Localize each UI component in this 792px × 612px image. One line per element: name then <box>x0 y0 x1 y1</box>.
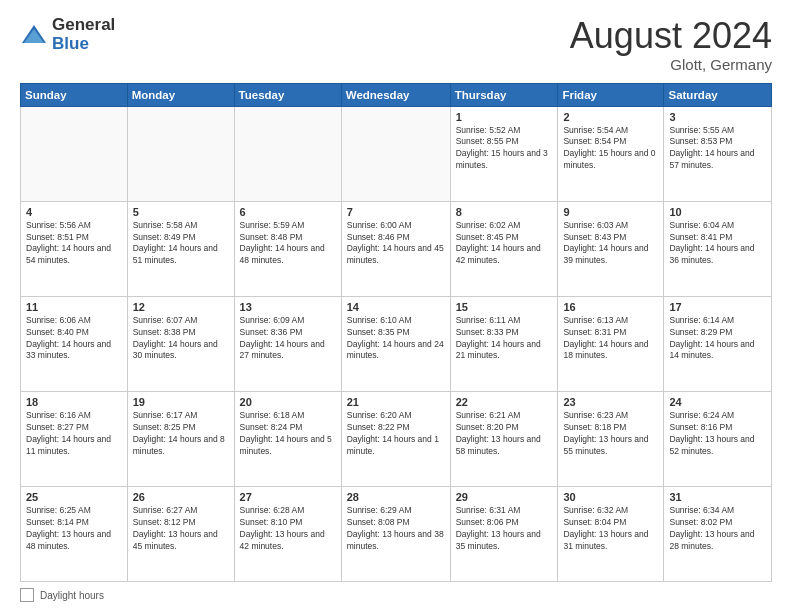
logo-text: General Blue <box>52 16 115 53</box>
calendar-week-2: 11Sunrise: 6:06 AMSunset: 8:40 PMDayligh… <box>21 296 772 391</box>
day-info: Sunrise: 6:24 AMSunset: 8:16 PMDaylight:… <box>669 410 754 456</box>
title-block: August 2024 Glott, Germany <box>570 16 772 73</box>
day-number: 21 <box>347 396 445 408</box>
calendar-cell: 6Sunrise: 5:59 AMSunset: 8:48 PMDaylight… <box>234 201 341 296</box>
calendar-week-3: 18Sunrise: 6:16 AMSunset: 8:27 PMDayligh… <box>21 391 772 486</box>
day-info: Sunrise: 5:58 AMSunset: 8:49 PMDaylight:… <box>133 220 218 266</box>
footer-box <box>20 588 34 602</box>
calendar-cell: 4Sunrise: 5:56 AMSunset: 8:51 PMDaylight… <box>21 201 128 296</box>
calendar-cell: 29Sunrise: 6:31 AMSunset: 8:06 PMDayligh… <box>450 486 558 581</box>
day-info: Sunrise: 6:03 AMSunset: 8:43 PMDaylight:… <box>563 220 648 266</box>
day-number: 17 <box>669 301 766 313</box>
calendar-cell: 8Sunrise: 6:02 AMSunset: 8:45 PMDaylight… <box>450 201 558 296</box>
day-info: Sunrise: 6:21 AMSunset: 8:20 PMDaylight:… <box>456 410 541 456</box>
calendar-cell <box>234 106 341 201</box>
day-number: 19 <box>133 396 229 408</box>
calendar-week-1: 4Sunrise: 5:56 AMSunset: 8:51 PMDaylight… <box>21 201 772 296</box>
header-cell-monday: Monday <box>127 83 234 106</box>
logo: General Blue <box>20 16 115 53</box>
calendar-cell: 15Sunrise: 6:11 AMSunset: 8:33 PMDayligh… <box>450 296 558 391</box>
day-number: 22 <box>456 396 553 408</box>
header-row: SundayMondayTuesdayWednesdayThursdayFrid… <box>21 83 772 106</box>
day-info: Sunrise: 6:18 AMSunset: 8:24 PMDaylight:… <box>240 410 332 456</box>
calendar-cell <box>127 106 234 201</box>
day-number: 24 <box>669 396 766 408</box>
day-number: 28 <box>347 491 445 503</box>
day-info: Sunrise: 6:04 AMSunset: 8:41 PMDaylight:… <box>669 220 754 266</box>
calendar-cell: 17Sunrise: 6:14 AMSunset: 8:29 PMDayligh… <box>664 296 772 391</box>
day-number: 31 <box>669 491 766 503</box>
calendar-cell: 16Sunrise: 6:13 AMSunset: 8:31 PMDayligh… <box>558 296 664 391</box>
logo-general: General <box>52 16 115 35</box>
day-number: 13 <box>240 301 336 313</box>
footer: Daylight hours <box>20 588 772 602</box>
day-info: Sunrise: 6:09 AMSunset: 8:36 PMDaylight:… <box>240 315 325 361</box>
day-number: 5 <box>133 206 229 218</box>
day-info: Sunrise: 6:06 AMSunset: 8:40 PMDaylight:… <box>26 315 111 361</box>
calendar-cell: 12Sunrise: 6:07 AMSunset: 8:38 PMDayligh… <box>127 296 234 391</box>
header: General Blue August 2024 Glott, Germany <box>20 16 772 73</box>
calendar-cell: 24Sunrise: 6:24 AMSunset: 8:16 PMDayligh… <box>664 391 772 486</box>
calendar-week-4: 25Sunrise: 6:25 AMSunset: 8:14 PMDayligh… <box>21 486 772 581</box>
day-info: Sunrise: 6:20 AMSunset: 8:22 PMDaylight:… <box>347 410 439 456</box>
day-info: Sunrise: 5:54 AMSunset: 8:54 PMDaylight:… <box>563 125 655 171</box>
calendar-cell <box>21 106 128 201</box>
day-info: Sunrise: 6:16 AMSunset: 8:27 PMDaylight:… <box>26 410 111 456</box>
calendar-table: SundayMondayTuesdayWednesdayThursdayFrid… <box>20 83 772 582</box>
calendar-cell: 5Sunrise: 5:58 AMSunset: 8:49 PMDaylight… <box>127 201 234 296</box>
location: Glott, Germany <box>570 56 772 73</box>
calendar-body: 1Sunrise: 5:52 AMSunset: 8:55 PMDaylight… <box>21 106 772 581</box>
header-cell-thursday: Thursday <box>450 83 558 106</box>
day-number: 2 <box>563 111 658 123</box>
calendar-cell: 13Sunrise: 6:09 AMSunset: 8:36 PMDayligh… <box>234 296 341 391</box>
calendar-cell: 2Sunrise: 5:54 AMSunset: 8:54 PMDaylight… <box>558 106 664 201</box>
day-number: 8 <box>456 206 553 218</box>
logo-icon <box>20 21 48 49</box>
header-cell-sunday: Sunday <box>21 83 128 106</box>
calendar-cell: 30Sunrise: 6:32 AMSunset: 8:04 PMDayligh… <box>558 486 664 581</box>
day-info: Sunrise: 5:52 AMSunset: 8:55 PMDaylight:… <box>456 125 548 171</box>
day-info: Sunrise: 6:31 AMSunset: 8:06 PMDaylight:… <box>456 505 541 551</box>
day-info: Sunrise: 6:11 AMSunset: 8:33 PMDaylight:… <box>456 315 541 361</box>
day-info: Sunrise: 6:00 AMSunset: 8:46 PMDaylight:… <box>347 220 444 266</box>
day-number: 11 <box>26 301 122 313</box>
day-number: 27 <box>240 491 336 503</box>
calendar-cell: 21Sunrise: 6:20 AMSunset: 8:22 PMDayligh… <box>341 391 450 486</box>
header-cell-saturday: Saturday <box>664 83 772 106</box>
day-info: Sunrise: 6:25 AMSunset: 8:14 PMDaylight:… <box>26 505 111 551</box>
calendar-cell: 19Sunrise: 6:17 AMSunset: 8:25 PMDayligh… <box>127 391 234 486</box>
page: General Blue August 2024 Glott, Germany … <box>0 0 792 612</box>
day-number: 14 <box>347 301 445 313</box>
day-info: Sunrise: 6:07 AMSunset: 8:38 PMDaylight:… <box>133 315 218 361</box>
day-info: Sunrise: 6:17 AMSunset: 8:25 PMDaylight:… <box>133 410 225 456</box>
calendar-cell: 11Sunrise: 6:06 AMSunset: 8:40 PMDayligh… <box>21 296 128 391</box>
day-info: Sunrise: 6:32 AMSunset: 8:04 PMDaylight:… <box>563 505 648 551</box>
day-number: 15 <box>456 301 553 313</box>
day-number: 18 <box>26 396 122 408</box>
header-cell-tuesday: Tuesday <box>234 83 341 106</box>
day-info: Sunrise: 6:34 AMSunset: 8:02 PMDaylight:… <box>669 505 754 551</box>
calendar-cell: 1Sunrise: 5:52 AMSunset: 8:55 PMDaylight… <box>450 106 558 201</box>
day-info: Sunrise: 6:14 AMSunset: 8:29 PMDaylight:… <box>669 315 754 361</box>
day-number: 10 <box>669 206 766 218</box>
day-info: Sunrise: 6:10 AMSunset: 8:35 PMDaylight:… <box>347 315 444 361</box>
day-number: 29 <box>456 491 553 503</box>
calendar-header: SundayMondayTuesdayWednesdayThursdayFrid… <box>21 83 772 106</box>
day-info: Sunrise: 6:02 AMSunset: 8:45 PMDaylight:… <box>456 220 541 266</box>
day-number: 6 <box>240 206 336 218</box>
day-info: Sunrise: 6:23 AMSunset: 8:18 PMDaylight:… <box>563 410 648 456</box>
day-info: Sunrise: 6:13 AMSunset: 8:31 PMDaylight:… <box>563 315 648 361</box>
day-number: 30 <box>563 491 658 503</box>
day-number: 25 <box>26 491 122 503</box>
calendar-cell: 20Sunrise: 6:18 AMSunset: 8:24 PMDayligh… <box>234 391 341 486</box>
calendar-week-0: 1Sunrise: 5:52 AMSunset: 8:55 PMDaylight… <box>21 106 772 201</box>
calendar-cell: 18Sunrise: 6:16 AMSunset: 8:27 PMDayligh… <box>21 391 128 486</box>
calendar-cell <box>341 106 450 201</box>
day-number: 26 <box>133 491 229 503</box>
calendar-cell: 25Sunrise: 6:25 AMSunset: 8:14 PMDayligh… <box>21 486 128 581</box>
day-info: Sunrise: 6:27 AMSunset: 8:12 PMDaylight:… <box>133 505 218 551</box>
header-cell-wednesday: Wednesday <box>341 83 450 106</box>
day-info: Sunrise: 5:56 AMSunset: 8:51 PMDaylight:… <box>26 220 111 266</box>
calendar-cell: 7Sunrise: 6:00 AMSunset: 8:46 PMDaylight… <box>341 201 450 296</box>
calendar-cell: 10Sunrise: 6:04 AMSunset: 8:41 PMDayligh… <box>664 201 772 296</box>
